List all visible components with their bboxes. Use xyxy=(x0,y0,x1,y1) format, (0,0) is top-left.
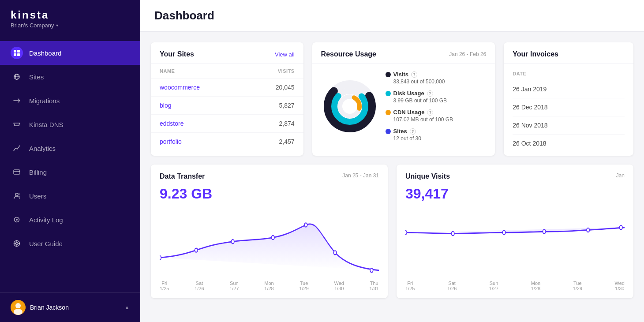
dashboard-icon xyxy=(14,50,20,56)
sidebar-item-kinsta-dns[interactable]: Kinsta DNS xyxy=(0,112,140,136)
dashboard-content: Your Sites View all NAME VISITS woocomme… xyxy=(140,32,644,309)
table-row: eddstore 2,874 xyxy=(151,114,303,132)
visits-info-icon[interactable]: ? xyxy=(411,71,417,78)
sites-card-header: Your Sites View all xyxy=(151,42,303,64)
resource-date-range: Jan 26 - Feb 26 xyxy=(449,51,486,57)
sidebar-nav: Dashboard Sites Migrations xyxy=(0,37,140,292)
table-row: woocommerce 20,045 xyxy=(151,78,303,96)
bottom-charts-row: Data Transfer Jan 25 - Jan 31 9.23 GB xyxy=(151,165,633,298)
site-name-blog[interactable]: blog xyxy=(160,102,171,109)
uv-label-3: Mon 1/28 xyxy=(531,281,540,291)
company-name[interactable]: Brian's Company ▾ xyxy=(11,22,58,29)
sidebar-footer[interactable]: Brian Jackson ▲ xyxy=(0,292,140,322)
uv-day-3: Mon xyxy=(531,281,540,286)
resource-usage-card: Resource Usage Jan 26 - Feb 26 xyxy=(312,42,495,156)
col-date-header: DATE xyxy=(513,71,526,76)
invoice-row-1: 26 Dec 2018 xyxy=(513,98,625,116)
svg-point-35 xyxy=(405,231,407,235)
user-info: Brian Jackson xyxy=(11,300,69,315)
sites-card: Your Sites View all NAME VISITS woocomme… xyxy=(151,42,303,156)
view-all-button[interactable]: View all xyxy=(275,51,295,58)
uv-label-2: Sun 1/27 xyxy=(489,281,498,291)
sidebar-item-sites[interactable]: Sites xyxy=(0,65,140,89)
uv-day-5: Wed xyxy=(615,281,625,286)
activity-log-icon xyxy=(11,213,23,226)
label-date-2: 1/27 xyxy=(229,286,239,291)
sites-icon xyxy=(11,71,23,83)
invoice-table-header: DATE xyxy=(513,67,625,80)
kinsta-dns-icon xyxy=(11,118,23,131)
site-name-portfolio[interactable]: portfolio xyxy=(160,138,182,145)
chart-label-1: Sat 1/26 xyxy=(195,281,204,291)
top-cards-row: Your Sites View all NAME VISITS woocomme… xyxy=(151,42,633,156)
unique-visits-date: Jan xyxy=(616,172,625,179)
resource-card-title: Resource Usage xyxy=(321,50,376,58)
svg-rect-7 xyxy=(14,170,20,174)
data-transfer-card: Data Transfer Jan 25 - Jan 31 9.23 GB xyxy=(151,165,388,298)
chevron-down-icon: ▾ xyxy=(56,23,58,28)
sidebar-item-analytics[interactable]: Analytics xyxy=(0,136,140,160)
svg-rect-2 xyxy=(14,53,16,56)
disk-value: 3.99 GB out of 100 GB xyxy=(393,97,487,104)
site-name-woocommerce[interactable]: woocommerce xyxy=(160,84,200,91)
unique-visits-value: 39,417 xyxy=(397,184,633,207)
chart-label-4: Tue 1/29 xyxy=(299,281,308,291)
svg-point-30 xyxy=(231,240,234,243)
uv-date-0: 1/25 xyxy=(405,286,415,291)
donut-chart xyxy=(321,78,378,135)
col-visits-header: VISITS xyxy=(278,68,295,74)
unique-visits-card: Unique Visits Jan 39,417 xyxy=(397,165,633,298)
invoices-body: DATE 26 Jan 2019 26 Dec 2018 26 Nov 2018… xyxy=(504,64,633,156)
sidebar-item-user-guide[interactable]: User Guide xyxy=(0,232,140,255)
sites-info-icon[interactable]: ? xyxy=(410,128,416,135)
sidebar-item-label: Activity Log xyxy=(29,216,63,224)
sidebar-item-label: Sites xyxy=(29,73,44,81)
sidebar-item-label: Billing xyxy=(29,168,47,176)
label-day-0: Fri xyxy=(161,281,167,286)
main-header: Dashboard xyxy=(140,0,644,32)
site-name-eddstore[interactable]: eddstore xyxy=(160,120,183,127)
svg-point-28 xyxy=(160,256,161,260)
data-transfer-header: Data Transfer Jan 25 - Jan 31 xyxy=(151,165,388,184)
site-visits-0: 20,045 xyxy=(276,84,295,91)
svg-point-39 xyxy=(587,228,590,232)
legend-disk: Disk Usage ? 3.99 GB out of 100 GB xyxy=(386,90,487,104)
cdn-value: 107.02 MB out of 100 GB xyxy=(393,116,487,123)
label-date-3: 1/28 xyxy=(264,286,273,291)
cdn-info-icon[interactable]: ? xyxy=(427,109,433,116)
uv-label-1: Sat 1/26 xyxy=(447,281,457,291)
sites-value: 12 out of 30 xyxy=(393,135,487,142)
svg-point-38 xyxy=(543,229,546,233)
data-transfer-chart xyxy=(151,207,388,278)
unique-visits-chart xyxy=(397,207,633,278)
resource-legend: Visits ? 33,843 out of 500,000 Disk Usag… xyxy=(386,71,487,142)
svg-point-36 xyxy=(451,232,454,236)
sidebar-item-dashboard[interactable]: Dashboard xyxy=(0,41,140,65)
site-visits-1: 5,827 xyxy=(279,102,295,109)
uv-date-1: 1/26 xyxy=(447,286,457,291)
sidebar-item-migrations[interactable]: Migrations xyxy=(0,89,140,112)
svg-point-33 xyxy=(333,251,337,255)
sidebar-item-activity-log[interactable]: Activity Log xyxy=(0,208,140,232)
svg-point-40 xyxy=(619,225,622,229)
legend-visits: Visits ? 33,843 out of 500,000 xyxy=(386,71,487,85)
label-date-1: 1/26 xyxy=(195,286,204,291)
legend-sites: Sites ? 12 out of 30 xyxy=(386,128,487,142)
table-row: portfolio 2,457 xyxy=(151,132,303,150)
uv-date-3: 1/28 xyxy=(531,286,540,291)
chart-label-0: Fri 1/25 xyxy=(160,281,169,291)
disk-dot xyxy=(386,91,391,96)
sidebar-item-users[interactable]: Users xyxy=(0,184,140,208)
sidebar-item-label: Users xyxy=(29,192,46,200)
chart-label-2: Sun 1/27 xyxy=(229,281,239,291)
svg-point-32 xyxy=(304,223,307,227)
data-transfer-date: Jan 25 - Jan 31 xyxy=(342,172,379,179)
sidebar-item-billing[interactable]: Billing xyxy=(0,160,140,184)
chart-label-5: Wed 1/30 xyxy=(334,281,344,291)
uv-day-2: Sun xyxy=(490,281,498,286)
kinsta-logo: KINSTA Brian's Company ▾ xyxy=(11,9,58,29)
sites-card-title: Your Sites xyxy=(160,50,194,58)
resource-body: Visits ? 33,843 out of 500,000 Disk Usag… xyxy=(312,64,495,149)
disk-info-icon[interactable]: ? xyxy=(427,90,433,97)
svg-point-9 xyxy=(15,193,18,196)
